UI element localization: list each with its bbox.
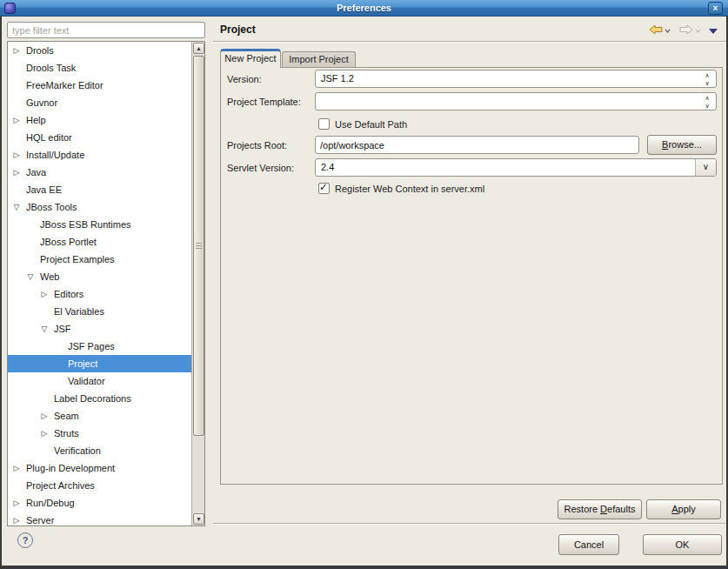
ok-button[interactable]: OK [643, 534, 722, 555]
tree-item-install-update[interactable]: ▷Install/Update [8, 146, 191, 164]
close-button[interactable]: × [708, 2, 723, 15]
collapsed-arrow-icon[interactable]: ▷ [11, 164, 22, 181]
tree-spacer [11, 181, 22, 198]
combo-spinner-icon[interactable]: ∧∨ [702, 71, 712, 87]
collapsed-arrow-icon[interactable]: ▷ [11, 111, 22, 129]
expanded-arrow-icon[interactable]: ▽ [11, 198, 22, 216]
collapsed-arrow-icon[interactable]: ▷ [11, 42, 22, 59]
tree-item-label: Validator [68, 372, 105, 390]
tab-import-project[interactable]: Import Project [282, 51, 356, 67]
check-icon: ✓ [319, 181, 328, 193]
tree-item-hql-editor[interactable]: HQL editor [8, 129, 191, 146]
tree-item-jboss-portlet[interactable]: JBoss Portlet [8, 233, 191, 251]
header-separator [213, 41, 726, 43]
combo-spinner-icon[interactable]: ∧∨ [702, 94, 712, 110]
tree-item-struts[interactable]: ▷Struts [8, 425, 191, 442]
collapsed-arrow-icon[interactable]: ▷ [11, 459, 22, 477]
view-menu-button[interactable] [708, 28, 718, 42]
tree-item-el-variables[interactable]: El Variables [8, 303, 191, 320]
help-button[interactable]: ? [17, 532, 33, 548]
tree-item-label: El Variables [54, 303, 104, 320]
collapsed-arrow-icon[interactable]: ▷ [39, 407, 50, 425]
close-icon: × [713, 3, 718, 13]
tree-item-freemarker-editor[interactable]: FreeMarker Editor [8, 77, 191, 94]
back-button[interactable] [649, 24, 663, 38]
project-template-combobox[interactable]: ∧∨ [315, 92, 717, 110]
tree-item-editors[interactable]: ▷Editors [8, 285, 191, 303]
forward-arrow-icon [679, 24, 693, 35]
collapsed-arrow-icon[interactable]: ▷ [11, 494, 22, 512]
tab-content-frame [220, 67, 723, 485]
tree-item-project-archives[interactable]: Project Archives [8, 477, 191, 494]
browse-button[interactable]: Browse... [647, 135, 717, 155]
tree-spacer [25, 233, 36, 251]
dropdown-arrow-icon[interactable]: ∨ [695, 159, 716, 176]
tree-item-project[interactable]: Project [8, 355, 191, 372]
titlebar[interactable]: Preferences × [0, 0, 728, 17]
cancel-button[interactable]: Cancel [558, 534, 619, 555]
tree-rows: ▷DroolsDrools TaskFreeMarker EditorGuvno… [8, 42, 191, 525]
tree-item-run-debug[interactable]: ▷Run/Debug [8, 494, 191, 512]
tree-item-drools-task[interactable]: Drools Task [8, 59, 191, 77]
tree-item-guvnor[interactable]: Guvnor [8, 94, 191, 111]
collapsed-arrow-icon[interactable]: ▷ [11, 512, 22, 525]
use-default-path-checkbox[interactable]: ✓ [318, 118, 330, 130]
tree-item-verification[interactable]: Verification [8, 442, 191, 459]
tree-scrollbar[interactable]: ▲ ▼ [191, 42, 204, 525]
version-combobox[interactable]: JSF 1.2 ∧∨ [315, 70, 717, 88]
tree-item-java[interactable]: ▷Java [8, 164, 191, 181]
expanded-arrow-icon[interactable]: ▽ [25, 268, 36, 285]
tree-item-seam[interactable]: ▷Seam [8, 407, 191, 425]
tree-item-drools[interactable]: ▷Drools [8, 42, 191, 59]
tree-item-help[interactable]: ▷Help [8, 111, 191, 129]
collapsed-arrow-icon[interactable]: ▷ [11, 146, 22, 164]
tree-item-label: HQL editor [26, 129, 72, 146]
tree-item-label: Project [68, 355, 97, 372]
tree-item-web[interactable]: ▽Web [8, 268, 191, 285]
tree-spacer [53, 372, 63, 390]
tree-item-label: Web [40, 268, 59, 285]
menu-triangle-icon [708, 28, 718, 35]
restore-defaults-button[interactable]: Restore Defaults [558, 499, 642, 519]
tree-item-plug-in-development[interactable]: ▷Plug-in Development [8, 459, 191, 477]
tree-spacer [39, 442, 50, 459]
register-web-context-label: Register Web Context in server.xml [335, 184, 484, 194]
servlet-version-dropdown[interactable]: 2.4 ∨ [315, 158, 717, 177]
tree-item-java-ee[interactable]: Java EE [8, 181, 191, 198]
tree-item-label: Seam [54, 407, 79, 425]
collapsed-arrow-icon[interactable]: ▷ [39, 285, 50, 303]
scroll-thumb[interactable] [193, 56, 204, 436]
tree-item-server[interactable]: ▷Server [8, 512, 191, 525]
tree-spacer [39, 390, 50, 407]
tree-item-jboss-esb-runtimes[interactable]: JBoss ESB Runtimes [8, 216, 191, 233]
version-value: JSF 1.2 [321, 70, 697, 87]
collapsed-arrow-icon[interactable]: ▷ [39, 425, 50, 442]
filter-input[interactable] [7, 22, 205, 38]
tree-spacer [53, 355, 63, 372]
tree-item-project-examples[interactable]: Project Examples [8, 251, 191, 268]
tree-spacer [25, 216, 36, 233]
preferences-tree: ▷DroolsDrools TaskFreeMarker EditorGuvno… [7, 41, 205, 526]
tab-new-project[interactable]: New Project [220, 49, 281, 68]
tree-spacer [11, 129, 22, 146]
register-web-context-checkbox[interactable]: ✓ [318, 183, 330, 194]
tree-item-label-decorations[interactable]: Label Decorations [8, 390, 191, 407]
projects-root-input[interactable] [315, 136, 639, 154]
servlet-version-label: Servlet Version: [227, 163, 294, 173]
expanded-arrow-icon[interactable]: ▽ [39, 320, 50, 338]
tree-item-label: Java EE [26, 181, 62, 198]
tree-item-label: Editors [54, 285, 83, 303]
tree-spacer [11, 477, 22, 494]
tree-item-label: Plug-in Development [26, 459, 115, 477]
scroll-down-button[interactable]: ▼ [193, 513, 204, 525]
tree-spacer [39, 303, 50, 320]
tree-item-jsf-pages[interactable]: JSF Pages [8, 338, 191, 355]
tree-item-jsf[interactable]: ▽JSF [8, 320, 191, 338]
question-icon: ? [23, 535, 29, 546]
tree-item-label: JBoss Portlet [40, 233, 97, 251]
apply-button[interactable]: Apply [646, 499, 721, 519]
tree-item-label: Guvnor [26, 94, 57, 111]
tree-item-jboss-tools[interactable]: ▽JBoss Tools [8, 198, 191, 216]
scroll-up-button[interactable]: ▲ [193, 43, 204, 54]
tree-item-validator[interactable]: Validator [8, 372, 191, 390]
